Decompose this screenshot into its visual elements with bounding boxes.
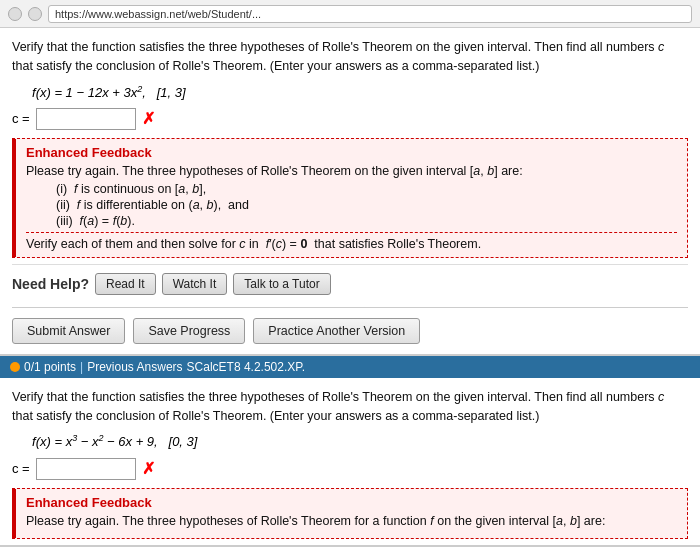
browser-bar: https://www.webassign.net/web/Student/..… bbox=[0, 0, 700, 28]
feedback-1: Enhanced Feedback Please try again. The … bbox=[12, 138, 688, 258]
wrong-mark-2: ✗ bbox=[142, 459, 155, 478]
forward-btn[interactable] bbox=[28, 7, 42, 21]
points-dot bbox=[10, 362, 20, 372]
feedback-1-title: Enhanced Feedback bbox=[26, 145, 677, 160]
problem-2-answer-row: c = ✗ bbox=[12, 458, 688, 480]
submit-answer-btn-1[interactable]: Submit Answer bbox=[12, 318, 125, 344]
problem-1-answer-row: c = ✗ bbox=[12, 108, 688, 130]
feedback-1-solve: Verify each of them and then solve for c… bbox=[26, 232, 677, 251]
feedback-1-item-1: (i) f is continuous on [a, b], bbox=[56, 182, 677, 196]
url-bar[interactable]: https://www.webassign.net/web/Student/..… bbox=[48, 5, 692, 23]
xp-code: SCalcET8 4.2.502.XP. bbox=[187, 360, 306, 374]
feedback-1-item-2: (ii) f is differentiable on (a, b), and bbox=[56, 198, 677, 212]
need-help-label-1: Need Help? bbox=[12, 276, 89, 292]
c-input-1[interactable] bbox=[36, 108, 136, 130]
feedback-2-intro: Please try again. The three hypotheses o… bbox=[26, 514, 677, 528]
read-it-btn-1[interactable]: Read It bbox=[95, 273, 156, 295]
points-bar: 0/1 points | Previous Answers SCalcET8 4… bbox=[0, 356, 700, 378]
problem-1-instruction: Verify that the function satisfies the t… bbox=[12, 38, 688, 76]
c-label-1: c = bbox=[12, 111, 30, 126]
back-btn[interactable] bbox=[8, 7, 22, 21]
problem-2-instruction: Verify that the function satisfies the t… bbox=[12, 388, 688, 426]
watch-it-btn-1[interactable]: Watch It bbox=[162, 273, 228, 295]
problem-2-container: Verify that the function satisfies the t… bbox=[0, 378, 700, 547]
feedback-2-title: Enhanced Feedback bbox=[26, 495, 677, 510]
problem-1-formula: f(x) = 1 − 12x + 3x2, [1, 3] bbox=[32, 84, 688, 100]
previous-answers-label: Previous Answers bbox=[87, 360, 182, 374]
c-label-2: c = bbox=[12, 461, 30, 476]
save-progress-btn-1[interactable]: Save Progress bbox=[133, 318, 245, 344]
points-label: 0/1 points bbox=[24, 360, 76, 374]
feedback-1-item-3: (iii) f(a) = f(b). bbox=[56, 214, 677, 228]
talk-tutor-btn-1[interactable]: Talk to a Tutor bbox=[233, 273, 330, 295]
problem-2-formula: f(x) = x3 − x2 − 6x + 9, [0, 3] bbox=[32, 433, 688, 449]
c-input-2[interactable] bbox=[36, 458, 136, 480]
feedback-1-intro: Please try again. The three hypotheses o… bbox=[26, 164, 677, 178]
wrong-mark-1: ✗ bbox=[142, 109, 155, 128]
practice-version-btn-1[interactable]: Practice Another Version bbox=[253, 318, 420, 344]
feedback-1-list: (i) f is continuous on [a, b], (ii) f is… bbox=[56, 182, 677, 228]
need-help-1: Need Help? Read It Watch It Talk to a Tu… bbox=[12, 264, 688, 303]
action-row-1: Submit Answer Save Progress Practice Ano… bbox=[12, 307, 688, 354]
problem-1-container: Verify that the function satisfies the t… bbox=[0, 28, 700, 356]
feedback-2: Enhanced Feedback Please try again. The … bbox=[12, 488, 688, 539]
